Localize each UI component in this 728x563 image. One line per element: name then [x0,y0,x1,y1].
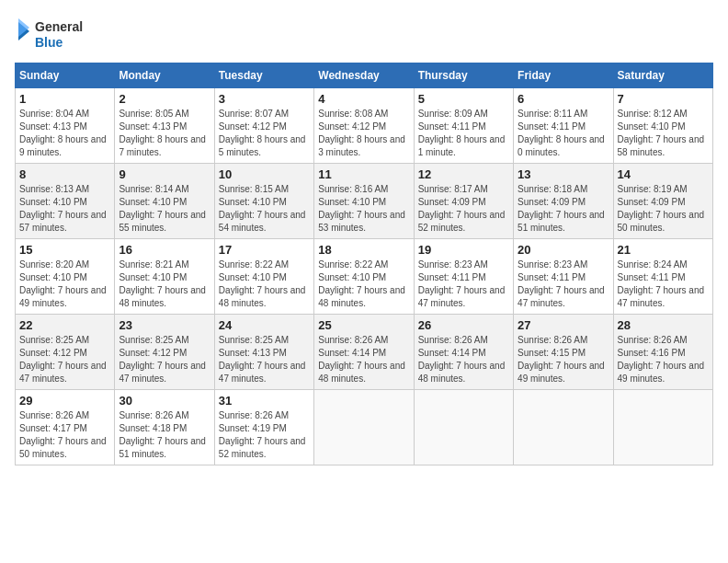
calendar-cell [613,390,712,465]
calendar-cell: 12Sunrise: 8:17 AM Sunset: 4:09 PM Dayli… [414,164,513,239]
day-number: 1 [19,92,110,106]
calendar-cell: 11Sunrise: 8:16 AM Sunset: 4:10 PM Dayli… [314,164,414,239]
calendar-cell: 23Sunrise: 8:25 AM Sunset: 4:12 PM Dayli… [115,315,214,390]
svg-text:Blue: Blue [35,35,63,50]
logo: GeneralBlue [15,15,88,55]
day-number: 29 [19,394,110,408]
calendar-cell: 13Sunrise: 8:18 AM Sunset: 4:09 PM Dayli… [514,164,613,239]
day-info: Sunrise: 8:21 AM Sunset: 4:10 PM Dayligh… [119,259,210,310]
day-number: 17 [219,243,310,257]
day-info: Sunrise: 8:25 AM Sunset: 4:12 PM Dayligh… [119,334,210,385]
calendar-table: SundayMondayTuesdayWednesdayThursdayFrid… [15,63,713,465]
day-info: Sunrise: 8:12 AM Sunset: 4:10 PM Dayligh… [618,108,709,159]
day-number: 12 [418,167,509,181]
day-number: 11 [318,167,409,181]
day-number: 24 [219,318,310,332]
calendar-cell: 22Sunrise: 8:25 AM Sunset: 4:12 PM Dayli… [16,315,115,390]
day-number: 28 [618,318,709,332]
calendar-cell: 6Sunrise: 8:11 AM Sunset: 4:11 PM Daylig… [514,88,613,164]
calendar-week-row: 15Sunrise: 8:20 AM Sunset: 4:10 PM Dayli… [16,239,713,315]
calendar-cell: 29Sunrise: 8:26 AM Sunset: 4:17 PM Dayli… [16,390,115,465]
day-number: 23 [119,318,210,332]
calendar-cell: 7Sunrise: 8:12 AM Sunset: 4:10 PM Daylig… [613,88,712,164]
day-info: Sunrise: 8:09 AM Sunset: 4:11 PM Dayligh… [418,108,509,159]
day-info: Sunrise: 8:23 AM Sunset: 4:11 PM Dayligh… [418,259,509,310]
day-info: Sunrise: 8:26 AM Sunset: 4:15 PM Dayligh… [518,334,609,385]
day-info: Sunrise: 8:25 AM Sunset: 4:13 PM Dayligh… [219,334,310,385]
calendar-cell: 1Sunrise: 8:04 AM Sunset: 4:13 PM Daylig… [16,88,115,164]
calendar-cell: 17Sunrise: 8:22 AM Sunset: 4:10 PM Dayli… [214,239,313,315]
calendar-cell: 26Sunrise: 8:26 AM Sunset: 4:14 PM Dayli… [414,315,513,390]
day-info: Sunrise: 8:18 AM Sunset: 4:09 PM Dayligh… [518,183,609,235]
day-info: Sunrise: 8:04 AM Sunset: 4:13 PM Dayligh… [19,108,110,159]
day-number: 31 [219,394,310,408]
day-number: 18 [318,243,409,257]
day-info: Sunrise: 8:16 AM Sunset: 4:10 PM Dayligh… [318,183,409,235]
weekday-header-tuesday: Tuesday [214,63,313,88]
day-number: 13 [518,167,609,181]
day-info: Sunrise: 8:25 AM Sunset: 4:12 PM Dayligh… [19,334,110,385]
calendar-cell: 25Sunrise: 8:26 AM Sunset: 4:14 PM Dayli… [314,315,414,390]
logo-svg: GeneralBlue [15,15,88,55]
day-info: Sunrise: 8:26 AM Sunset: 4:14 PM Dayligh… [318,334,409,385]
day-info: Sunrise: 8:26 AM Sunset: 4:14 PM Dayligh… [418,334,509,385]
day-info: Sunrise: 8:17 AM Sunset: 4:09 PM Dayligh… [418,183,509,235]
day-number: 6 [518,92,609,106]
day-info: Sunrise: 8:26 AM Sunset: 4:17 PM Dayligh… [19,409,110,461]
calendar-cell [314,390,414,465]
day-number: 14 [618,167,709,181]
calendar-cell [414,390,513,465]
calendar-cell: 24Sunrise: 8:25 AM Sunset: 4:13 PM Dayli… [214,315,313,390]
calendar-cell: 28Sunrise: 8:26 AM Sunset: 4:16 PM Dayli… [613,315,712,390]
page-header: GeneralBlue [15,15,713,55]
day-number: 26 [418,318,509,332]
calendar-cell: 14Sunrise: 8:19 AM Sunset: 4:09 PM Dayli… [613,164,712,239]
day-info: Sunrise: 8:26 AM Sunset: 4:16 PM Dayligh… [618,334,709,385]
day-info: Sunrise: 8:19 AM Sunset: 4:09 PM Dayligh… [618,183,709,235]
day-number: 3 [219,92,310,106]
day-number: 10 [219,167,310,181]
calendar-cell: 16Sunrise: 8:21 AM Sunset: 4:10 PM Dayli… [115,239,214,315]
svg-text:General: General [35,19,83,34]
day-info: Sunrise: 8:23 AM Sunset: 4:11 PM Dayligh… [518,259,609,310]
day-number: 30 [119,394,210,408]
day-number: 20 [518,243,609,257]
day-info: Sunrise: 8:05 AM Sunset: 4:13 PM Dayligh… [119,108,210,159]
calendar-cell: 9Sunrise: 8:14 AM Sunset: 4:10 PM Daylig… [115,164,214,239]
calendar-cell: 2Sunrise: 8:05 AM Sunset: 4:13 PM Daylig… [115,88,214,164]
weekday-header-wednesday: Wednesday [314,63,414,88]
day-info: Sunrise: 8:11 AM Sunset: 4:11 PM Dayligh… [518,108,609,159]
calendar-cell: 31Sunrise: 8:26 AM Sunset: 4:19 PM Dayli… [214,390,313,465]
day-number: 4 [318,92,409,106]
weekday-header-saturday: Saturday [613,63,712,88]
calendar-cell: 27Sunrise: 8:26 AM Sunset: 4:15 PM Dayli… [514,315,613,390]
day-number: 27 [518,318,609,332]
day-number: 19 [418,243,509,257]
calendar-cell: 30Sunrise: 8:26 AM Sunset: 4:18 PM Dayli… [115,390,214,465]
day-number: 5 [418,92,509,106]
calendar-week-row: 1Sunrise: 8:04 AM Sunset: 4:13 PM Daylig… [16,88,713,164]
calendar-cell: 3Sunrise: 8:07 AM Sunset: 4:12 PM Daylig… [214,88,313,164]
calendar-cell: 15Sunrise: 8:20 AM Sunset: 4:10 PM Dayli… [16,239,115,315]
calendar-cell: 21Sunrise: 8:24 AM Sunset: 4:11 PM Dayli… [613,239,712,315]
calendar-cell: 18Sunrise: 8:22 AM Sunset: 4:10 PM Dayli… [314,239,414,315]
day-number: 22 [19,318,110,332]
day-number: 8 [19,167,110,181]
day-info: Sunrise: 8:07 AM Sunset: 4:12 PM Dayligh… [219,108,310,159]
day-number: 7 [618,92,709,106]
day-info: Sunrise: 8:15 AM Sunset: 4:10 PM Dayligh… [219,183,310,235]
calendar-week-row: 8Sunrise: 8:13 AM Sunset: 4:10 PM Daylig… [16,164,713,239]
weekday-header-thursday: Thursday [414,63,513,88]
calendar-cell [514,390,613,465]
calendar-cell: 20Sunrise: 8:23 AM Sunset: 4:11 PM Dayli… [514,239,613,315]
weekday-header-monday: Monday [115,63,214,88]
calendar-cell: 19Sunrise: 8:23 AM Sunset: 4:11 PM Dayli… [414,239,513,315]
day-info: Sunrise: 8:22 AM Sunset: 4:10 PM Dayligh… [318,259,409,310]
day-number: 16 [119,243,210,257]
day-info: Sunrise: 8:22 AM Sunset: 4:10 PM Dayligh… [219,259,310,310]
day-info: Sunrise: 8:14 AM Sunset: 4:10 PM Dayligh… [119,183,210,235]
calendar-week-row: 22Sunrise: 8:25 AM Sunset: 4:12 PM Dayli… [16,315,713,390]
day-number: 9 [119,167,210,181]
day-info: Sunrise: 8:24 AM Sunset: 4:11 PM Dayligh… [618,259,709,310]
day-info: Sunrise: 8:13 AM Sunset: 4:10 PM Dayligh… [19,183,110,235]
